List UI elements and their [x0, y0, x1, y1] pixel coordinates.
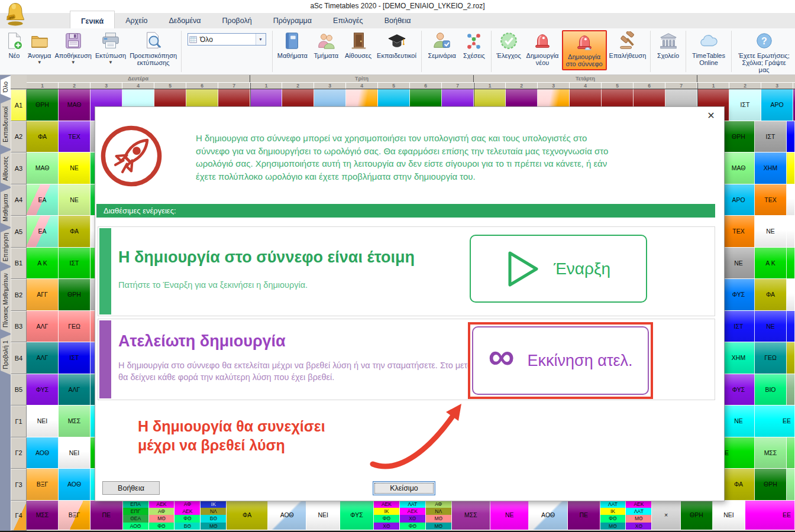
sidebar-tab-5[interactable]: Επιτήρηση	[1, 228, 11, 266]
lesson-ΕΑ[interactable]: ΕΑ	[27, 216, 59, 247]
close-dialog-button[interactable]: Κλείσιμο	[373, 481, 435, 495]
lesson-ΤΕΧ[interactable]: ΤΕΧ	[755, 184, 787, 216]
lesson-ΧΗΜ[interactable]: ΧΗΜ	[755, 153, 787, 184]
toolbar-classes-button[interactable]: Τμήματα	[311, 30, 341, 60]
lesson-ΑΟΘ[interactable]: ΑΟΘ	[59, 469, 91, 500]
lesson-ΜΣΣ[interactable]: ΜΣΣ	[452, 501, 490, 530]
help-button[interactable]: Βοήθεια	[102, 481, 160, 495]
sidebar-tab-2[interactable]: Εκπαιδευτικοί	[1, 99, 11, 149]
timetable-stack-cell[interactable]: ΑΕΚΛΑΤΜΘΧΘ	[626, 501, 652, 530]
timetable-cell[interactable]	[787, 153, 795, 184]
lesson-ΦΥΣ[interactable]: ΦΥΣ	[27, 374, 59, 406]
lesson-ΝΕ[interactable]: ΝΕ	[59, 153, 91, 184]
lesson-ΑΟΘ[interactable]: ΑΟΘ	[27, 437, 59, 469]
toolbar-classrooms-button[interactable]: Αίθουσες	[342, 30, 373, 60]
toolbar-feedback-button[interactable]: ?Έχετε Ερωτήσεις; Σχόλια; Γράψτε μας	[735, 30, 793, 74]
lesson-ΤΕΧ[interactable]: ΤΕΧ	[723, 216, 755, 247]
sidebar-tab-6[interactable]: Πίνακας Μαθημάτων	[1, 267, 11, 333]
toolbar-timetables-online-button[interactable]: TimeTables Online	[689, 30, 729, 67]
timetable-stack-cell[interactable]: ΑΕΚΙΚΦΘΧΘ	[374, 501, 400, 530]
dropdown-arrow-icon[interactable]: ▼	[256, 34, 266, 45]
row-header-Γ2[interactable]: Γ2	[11, 437, 27, 469]
timetable-cell[interactable]	[787, 469, 795, 500]
timetable-cell[interactable]	[787, 374, 795, 406]
lesson-ΝΕ[interactable]: ΝΕ	[490, 501, 529, 530]
lesson-ΜΑΘ[interactable]: ΜΑΘ	[723, 153, 755, 184]
toolbar-open-button[interactable]: Άνοιγμα▼	[27, 30, 52, 66]
lesson-ΦΑ[interactable]: ΦΑ	[59, 216, 91, 247]
lesson-ΠΕ[interactable]: ΠΕ	[568, 501, 600, 530]
endless-start-button[interactable]: ∞ Εκκίνηση ατελ.	[472, 326, 649, 395]
toolbar-new-button[interactable]: Νέο	[3, 30, 25, 60]
lesson-ΒΞΓ[interactable]: ΒΞΓ	[27, 469, 59, 500]
lesson-ΝΕ[interactable]: ΝΕ	[755, 311, 787, 342]
timetable-cell[interactable]	[787, 279, 795, 310]
lesson-ΤΕΧ[interactable]: ΤΕΧ	[59, 121, 91, 153]
row-header-B1[interactable]: B1	[11, 248, 27, 280]
toolbar-generate-new-button[interactable]: Δημιουργία νέου	[524, 30, 560, 67]
toolbar-print-button[interactable]: Εκτύπωση▼	[94, 30, 127, 66]
lesson-Ε[interactable]: Ε	[723, 437, 755, 469]
lesson-ΝΕ[interactable]: ΝΕ	[59, 184, 91, 216]
row-header-A3[interactable]: A3	[11, 153, 27, 184]
lesson-ΝΕΙ[interactable]: ΝΕΙ	[713, 501, 745, 530]
asc-bell-icon[interactable]: -asc	[5, 1, 26, 28]
lesson-ΙΣΤ[interactable]: ΙΣΤ	[755, 121, 787, 153]
lesson-ΙΣΤ[interactable]: ΙΣΤ	[59, 248, 91, 279]
lesson-ΝΕ[interactable]: ΝΕ	[723, 406, 755, 437]
row-header-A1[interactable]: A1	[11, 89, 27, 121]
toolbar-print-preview-button[interactable]: Προεπισκόπηση εκτύπωσης	[128, 30, 178, 67]
lesson-ΜΑΘ[interactable]: ΜΑΘ	[27, 153, 59, 184]
lesson-ΒΞΓ[interactable]: ΒΞΓ	[59, 501, 91, 530]
toolbar-seminars-button[interactable]: Σεμινάρια	[425, 30, 459, 60]
timetable-cell[interactable]	[787, 216, 795, 247]
lesson-ΘΡΗ[interactable]: ΘΡΗ	[681, 501, 713, 530]
lesson-ΘΡΗ[interactable]: ΘΡΗ	[723, 121, 755, 153]
sidebar-tab-7[interactable]: Προβολή 1	[1, 335, 11, 375]
menu-tab-2[interactable]: Αρχείο	[115, 13, 158, 28]
timetable-cell[interactable]	[787, 342, 795, 374]
row-header-Γ1[interactable]: Γ1	[11, 406, 27, 437]
lesson-ΑΛΓ[interactable]: ΑΛΓ	[27, 342, 59, 374]
sidebar-tab-4[interactable]: Μαθήματα	[1, 188, 11, 227]
menu-tab-4[interactable]: Προβολή	[212, 13, 263, 28]
lesson-ΕΕ[interactable]: ΕΕ	[745, 501, 795, 530]
start-button[interactable]: Έναρξη	[470, 235, 647, 303]
row-header-B5[interactable]: B5	[11, 374, 27, 406]
lesson-ΒΙΟ[interactable]: ΒΙΟ	[755, 374, 787, 406]
lesson-ΦΑ[interactable]: ΦΑ	[723, 469, 755, 500]
lesson-ΙΣΤ[interactable]: ΙΣΤ	[729, 89, 761, 121]
lesson-ΙΣΤ[interactable]: ΙΣΤ	[59, 342, 91, 374]
sidebar-tab-1[interactable]: Όλο	[1, 76, 11, 98]
row-header-B4[interactable]: B4	[11, 342, 27, 374]
lesson-ΑΛΓ[interactable]: ΑΛΓ	[59, 374, 91, 406]
toolbar-teachers-button[interactable]: Εκπαιδευτικοί	[375, 30, 419, 60]
timetable-cell[interactable]	[787, 184, 795, 216]
lesson-ΓΕΩ[interactable]: ΓΕΩ	[755, 342, 787, 374]
lesson-ΑΟΘ[interactable]: ΑΟΘ	[268, 501, 306, 530]
close-icon[interactable]: ✕	[705, 110, 717, 122]
timetable-stack-cell[interactable]: ΑΦΑΕΚΦΘΒΘ	[174, 501, 201, 530]
lesson-ΜΑΘ[interactable]: ΜΑΘ	[59, 89, 91, 121]
row-header-Γ3[interactable]: Γ3	[11, 469, 27, 501]
lesson-ΝΕΙ[interactable]: ΝΕΙ	[27, 406, 59, 437]
timetable-cell[interactable]	[787, 121, 795, 153]
toolbar-school-button[interactable]: Σχολείο	[654, 30, 683, 60]
toolbar-check-button[interactable]: Έλεγχος	[495, 30, 523, 60]
lesson-ΦΑ[interactable]: ΦΑ	[227, 501, 268, 530]
menu-tab-6[interactable]: Επιλογές	[322, 13, 374, 28]
lesson-ΘΡΗ[interactable]: ΘΡΗ	[27, 89, 59, 121]
lesson-ΦΑ[interactable]: ΦΑ	[755, 279, 787, 310]
lesson-ΑΡΟ[interactable]: ΑΡΟ	[723, 184, 755, 216]
sidebar-tab-3[interactable]: Αίθουσες	[1, 150, 11, 187]
timetable-stack-cell[interactable]: ΛΑΤΑΕΚΧΘΦΘ	[400, 501, 426, 530]
timetable-stack-cell[interactable]: ΙΚΝΛΒΘΜΘ	[201, 501, 227, 530]
lesson-ΝΕΙ[interactable]: ΝΕΙ	[306, 501, 340, 530]
lesson-Α Κ[interactable]: Α Κ	[27, 248, 59, 279]
timetable-stack-cell[interactable]: ΑΦΝΛΜΘΜΘ	[426, 501, 452, 530]
lesson-ΓΕΩ[interactable]: ΓΕΩ	[59, 311, 91, 342]
lesson-ΦΑ[interactable]: ΦΑ	[27, 121, 59, 153]
lesson-ΠΕ[interactable]: ΠΕ	[91, 501, 123, 530]
lesson-ΑΡΟ[interactable]: ΑΡΟ	[761, 89, 793, 121]
lesson-ΝΕΙ[interactable]: ΝΕΙ	[59, 437, 91, 469]
